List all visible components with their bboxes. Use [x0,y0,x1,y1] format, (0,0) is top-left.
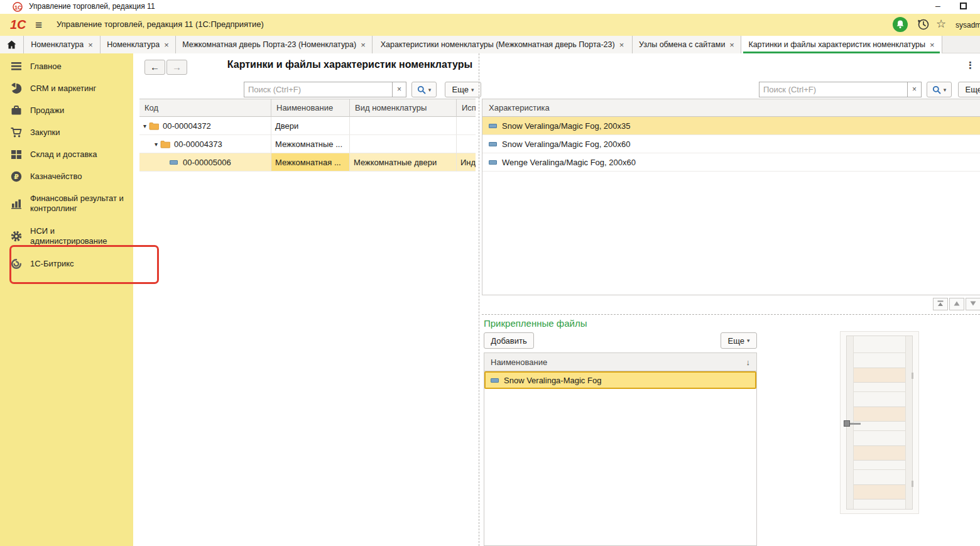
maximize-button[interactable] [954,0,972,13]
characteristics-table: Характеристика Snow Veralinga/Magic Fog,… [482,99,980,295]
cell-kind [350,135,457,153]
column-header-kind[interactable]: Вид номенклатуры [350,99,457,117]
column-header-filename[interactable]: Наименование ↓ [484,353,756,371]
forward-button[interactable]: → [166,60,187,75]
expander-icon[interactable]: ▾ [155,141,158,148]
close-icon[interactable]: × [164,40,169,50]
header-label: Наименование [491,358,547,367]
cell-usage: Инд [457,153,476,172]
sidebar-item-kaznacheystvo[interactable]: ₽ Казначейство [0,165,133,187]
cart-icon [10,126,23,139]
sort-descending-icon[interactable]: ↓ [746,358,751,367]
cell-name: Межкомнатные ... [271,135,350,153]
chevron-down-icon: ▾ [428,87,432,93]
nomenclature-panel: ← → Картинки и файлы характеристик номен… [139,53,482,546]
table-row-folder-doors[interactable]: ▾ 00-00004372 Двери [139,117,476,135]
door-leaf [846,336,913,510]
chevron-down-icon: ▾ [471,87,474,93]
sidebar-item-bitrix[interactable]: 1С-Битрикс [0,253,133,275]
pie-chart-icon [10,82,23,95]
move-top-button[interactable] [933,298,948,310]
close-icon[interactable]: × [88,40,93,50]
sidebar-item-label: Склад и доставка [30,150,131,160]
sidebar-item-crm[interactable]: CRM и маркетинг [0,77,133,99]
panel-splitter[interactable] [479,53,479,546]
kebab-menu-icon[interactable]: ⋮ [966,60,975,71]
characteristic-name: Snow Veralinga/Magic Fog, 200x35 [502,121,631,131]
main-menu-icon[interactable]: ≡ [35,18,42,32]
column-header-usage[interactable]: Исп [457,99,476,117]
file-name: Snow Veralinga-Magic Fog [504,376,601,385]
search-input[interactable] [244,82,393,97]
attached-files-title: Прикрепленные файлы [484,318,587,329]
close-icon[interactable]: × [930,40,935,50]
characteristic-row[interactable]: Snow Veralinga/Magic Fog, 200x60 [482,135,980,153]
grid-icon [10,148,23,161]
tab-home[interactable] [0,36,24,53]
characteristic-row-selected[interactable]: Snow Veralinga/Magic Fog, 200x35 [482,117,980,135]
tab-pictures-files[interactable]: Картинки и файлы характеристик номенклат… [741,36,942,53]
search-input[interactable] [759,82,908,97]
search-icon [932,85,941,94]
tab-characteristics[interactable]: Характеристики номенклатуры (Межкомнатна… [373,36,633,53]
close-icon[interactable]: × [729,40,734,50]
sidebar-item-zakupki[interactable]: Закупки [0,121,133,143]
item-dash-icon [489,160,497,165]
column-header-code[interactable]: Код [139,99,271,117]
door-glass-panel [854,407,905,422]
notifications-bell-icon[interactable] [893,17,908,32]
back-button[interactable]: ← [144,60,165,75]
sidebar-item-prodazhi[interactable]: Продажи [0,99,133,121]
section-splitter[interactable] [482,314,980,315]
move-up-button[interactable] [949,298,964,310]
tab-label: Номенклатура [31,40,84,49]
cell-code: 00-00004372 [163,121,211,131]
sidebar-item-finrezultat[interactable]: Финансовый результат и контроллинг [0,187,133,220]
file-row-selected[interactable]: Snow Veralinga-Magic Fog [484,371,756,389]
search-button[interactable]: ▾ [927,82,952,97]
close-icon[interactable]: × [361,40,366,50]
more-button[interactable]: Еще ▾ [958,82,980,97]
more-label: Еще [452,85,469,94]
characteristics-panel: ⋮ × ▾ Еще ▾ Характеристика Snow Veraling… [482,53,980,546]
column-header-name[interactable]: Наименование [271,99,350,117]
tab-nomenklatura-1[interactable]: Номенклатура × [24,36,101,53]
clear-search-icon[interactable]: × [393,82,406,97]
sidebar-item-sklad[interactable]: Склад и доставка [0,143,133,165]
ruble-circle-icon: ₽ [10,170,23,183]
table-row-item-selected[interactable]: 00-00005006 Межкомнатная ... Межкомнатны… [139,153,476,172]
gear-icon [10,230,23,243]
cell-name: Межкомнатная ... [271,153,350,172]
minimize-button[interactable]: – [928,0,947,13]
cell-name: Двери [271,117,350,135]
history-icon[interactable] [917,18,930,33]
sidebar-item-nsi[interactable]: НСИ и администрирование [0,220,133,253]
tab-nomenklatura-2[interactable]: Номенклатура × [101,36,176,53]
table-row-folder-interior[interactable]: ▾ 00-00004373 Межкомнатные ... [139,135,476,153]
characteristic-row[interactable]: Wenge Veralinga/Magic Fog, 200x60 [482,153,980,172]
column-header-characteristic[interactable]: Характеристика [482,99,980,117]
item-dash-icon [170,160,178,165]
add-file-button[interactable]: Добавить [484,332,534,349]
current-user[interactable]: sysadm [956,21,980,30]
more-button[interactable]: Еще ▾ [721,332,757,349]
clear-search-icon[interactable]: × [908,82,922,97]
move-top-icon [937,300,944,307]
cell-usage [457,135,476,153]
sidebar-item-glavnoe[interactable]: Главное [0,55,133,77]
section-sidebar: Главное CRM и маркетинг Продажи Закупки … [0,53,133,546]
sidebar-item-label: Казначейство [30,172,131,182]
tab-exchange-nodes[interactable]: Узлы обмена с сайтами × [633,36,741,53]
move-down-button[interactable] [966,298,980,310]
more-button[interactable]: Еще ▾ [445,82,481,97]
item-dash-icon [491,378,499,383]
tab-door-porta23[interactable]: Межкомнатная дверь Порта-23 (Номенклатур… [176,36,373,53]
1c-logo: 1С [10,17,29,32]
door-handle [844,420,850,427]
close-icon[interactable]: × [619,40,624,50]
sidebar-item-label: Закупки [30,128,131,138]
favorites-star-icon[interactable]: ☆ [936,17,946,31]
expander-icon[interactable]: ▾ [143,123,146,129]
app-title: Управление торговлей, редакция 11 (1С:Пр… [57,19,264,29]
search-button[interactable]: ▾ [411,82,437,97]
